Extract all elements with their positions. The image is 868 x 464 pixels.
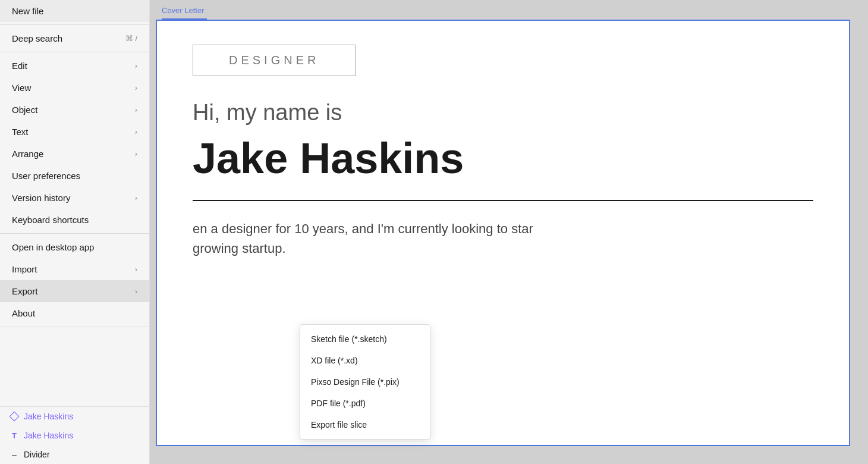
name-text: Jake Haskins — [193, 135, 813, 182]
menu-item-deep-search[interactable]: Deep search ⌘ / — [0, 27, 149, 49]
new-file-label: New file — [12, 6, 43, 16]
menu-item-version-history[interactable]: Version history › — [0, 187, 149, 209]
divider-4 — [0, 327, 149, 327]
document-area: Cover Letter DESIGNER Hi, my name is Jak… — [150, 0, 868, 464]
menu-item-export[interactable]: Export › — [0, 280, 149, 302]
divider-1 — [0, 24, 149, 25]
menu-item-import[interactable]: Import › — [0, 258, 149, 280]
keyboard-shortcuts-label: Keyboard shortcuts — [12, 215, 89, 225]
divider-2 — [0, 52, 149, 52]
import-label: Import — [12, 264, 37, 274]
arrange-chevron-icon: › — [135, 150, 137, 158]
layer-item-jake-diamond[interactable]: Jake Haskins — [0, 407, 149, 426]
object-chevron-icon: › — [135, 106, 137, 114]
text-label: Text — [12, 127, 29, 137]
export-chevron-icon: › — [135, 287, 137, 296]
submenu-export-slice[interactable]: Export file slice — [300, 414, 430, 435]
submenu-sketch-label: Sketch file (*.sketch) — [311, 334, 387, 344]
diamond-icon — [10, 412, 19, 421]
menu-item-edit[interactable]: Edit › — [0, 55, 149, 77]
menu-item-user-preferences[interactable]: User preferences — [0, 165, 149, 187]
text-chevron-icon: › — [135, 128, 137, 136]
submenu-xd-file[interactable]: XD file (*.xd) — [300, 350, 430, 371]
submenu-xd-label: XD file (*.xd) — [311, 356, 358, 365]
doc-tab-label: Cover Letter — [162, 6, 207, 20]
view-label: View — [12, 83, 31, 93]
object-label: Object — [12, 105, 37, 115]
export-label: Export — [12, 286, 37, 296]
version-history-chevron-icon: › — [135, 194, 137, 202]
submenu-pdf-file[interactable]: PDF file (*.pdf) — [300, 393, 430, 414]
body-text-line2: growing startup. — [193, 241, 286, 256]
submenu-pixso-file[interactable]: Pixso Design File (*.pix) — [300, 371, 430, 393]
layer-divider-label: Divider — [24, 450, 50, 459]
deep-search-shortcut: ⌘ / — [125, 34, 137, 43]
layer-jake-text-label: Jake Haskins — [24, 431, 73, 440]
submenu-sketch-file[interactable]: Sketch file (*.sketch) — [300, 328, 430, 350]
name-divider — [193, 200, 813, 201]
layer-item-jake-text[interactable]: T Jake Haskins — [0, 426, 149, 445]
arrange-label: Arrange — [12, 149, 43, 159]
submenu-pdf-label: PDF file (*.pdf) — [311, 399, 366, 408]
menu-item-view[interactable]: View › — [0, 77, 149, 99]
menu-item-object[interactable]: Object › — [0, 99, 149, 121]
layer-item-divider[interactable]: – Divider — [0, 445, 149, 464]
designer-box-text: DESIGNER — [229, 54, 319, 67]
menu-item-keyboard-shortcuts[interactable]: Keyboard shortcuts — [0, 209, 149, 231]
document-page: DESIGNER Hi, my name is Jake Haskins en … — [156, 20, 850, 446]
menu-item-about[interactable]: About — [0, 302, 149, 324]
document-tab[interactable]: Cover Letter — [150, 0, 868, 20]
deep-search-label: Deep search — [12, 33, 62, 43]
import-chevron-icon: › — [135, 265, 137, 274]
main-content: Cover Letter DESIGNER Hi, my name is Jak… — [150, 0, 868, 464]
divider-3 — [0, 233, 149, 234]
edit-label: Edit — [12, 61, 27, 71]
layers-section: Jake Haskins T Jake Haskins – Divider — [0, 406, 149, 464]
sidebar: New file Deep search ⌘ / Edit › View › O… — [0, 0, 150, 464]
menu-item-open-desktop-app[interactable]: Open in desktop app — [0, 236, 149, 258]
greeting-text: Hi, my name is — [193, 100, 813, 126]
submenu-pixso-label: Pixso Design File (*.pix) — [311, 377, 400, 387]
body-text-line1: en a designer for 10 years, and I'm curr… — [193, 221, 533, 236]
view-chevron-icon: › — [135, 84, 137, 92]
layer-jake-diamond-label: Jake Haskins — [24, 412, 73, 421]
version-history-label: Version history — [12, 193, 70, 203]
document-content: DESIGNER Hi, my name is Jake Haskins en … — [157, 21, 849, 258]
about-label: About — [12, 308, 35, 318]
user-preferences-label: User preferences — [12, 171, 80, 181]
export-submenu: Sketch file (*.sketch) XD file (*.xd) Pi… — [300, 324, 430, 440]
menu-item-text[interactable]: Text › — [0, 121, 149, 143]
edit-chevron-icon: › — [135, 62, 137, 70]
body-text: en a designer for 10 years, and I'm curr… — [193, 219, 813, 258]
text-type-icon: T — [10, 431, 19, 440]
open-desktop-app-label: Open in desktop app — [12, 242, 94, 252]
menu-item-new-file[interactable]: New file — [0, 0, 149, 22]
designer-box: DESIGNER — [193, 45, 356, 76]
minus-icon: – — [10, 450, 19, 459]
menu-item-arrange[interactable]: Arrange › — [0, 143, 149, 165]
submenu-export-slice-label: Export file slice — [311, 420, 367, 429]
